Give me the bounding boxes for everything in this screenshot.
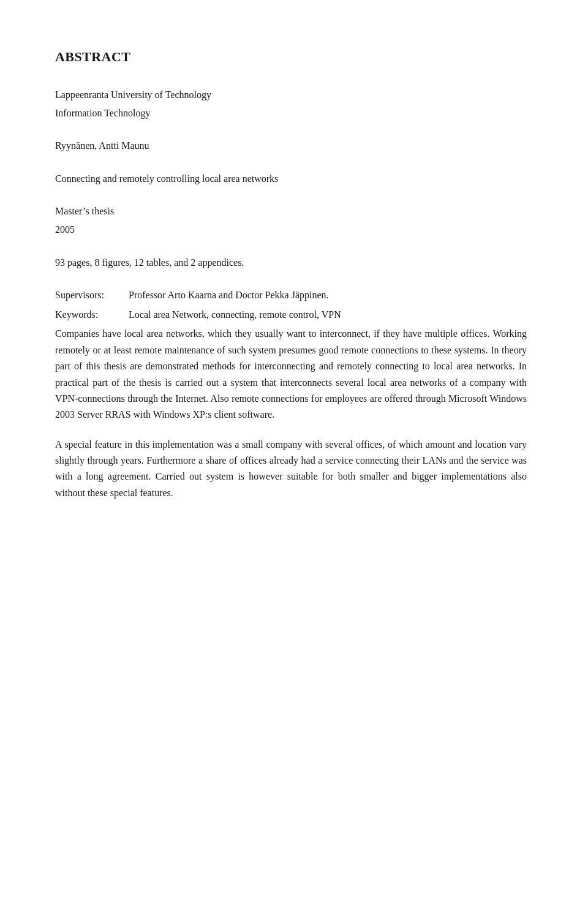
thesis-type-block: Master’s thesis 2005: [55, 203, 527, 237]
pages-block: 93 pages, 8 figures, 12 tables, and 2 ap…: [55, 255, 527, 271]
author-line: Ryynänen, Antti Maunu: [55, 138, 527, 154]
year-line: 2005: [55, 222, 527, 238]
university-line: Lappeenranta University of Technology: [55, 87, 527, 103]
supervisors-row: Supervisors: Professor Arto Kaarna and D…: [55, 287, 527, 303]
supervisors-label: Supervisors:: [55, 287, 129, 303]
pages-line: 93 pages, 8 figures, 12 tables, and 2 ap…: [55, 255, 527, 271]
thesis-type-line: Master’s thesis: [55, 203, 527, 219]
keywords-label: Keywords:: [55, 307, 129, 323]
body-paragraph-2: A special feature in this implementation…: [55, 437, 527, 502]
body-paragraph-1: Companies have local area networks, whic…: [55, 326, 527, 423]
title-block: Connecting and remotely controlling loca…: [55, 171, 527, 187]
keywords-value: Local area Network, connecting, remote c…: [129, 307, 527, 323]
abstract-heading: ABSTRACT: [55, 49, 527, 65]
supervisors-value: Professor Arto Kaarna and Doctor Pekka J…: [129, 287, 527, 303]
author-block: Ryynänen, Antti Maunu: [55, 138, 527, 154]
page: ABSTRACT Lappeenranta University of Tech…: [0, 0, 588, 901]
title-line: Connecting and remotely controlling loca…: [55, 171, 527, 187]
department-line: Information Technology: [55, 105, 527, 121]
meta-block: Lappeenranta University of Technology In…: [55, 87, 527, 121]
keywords-row: Keywords: Local area Network, connecting…: [55, 307, 527, 323]
